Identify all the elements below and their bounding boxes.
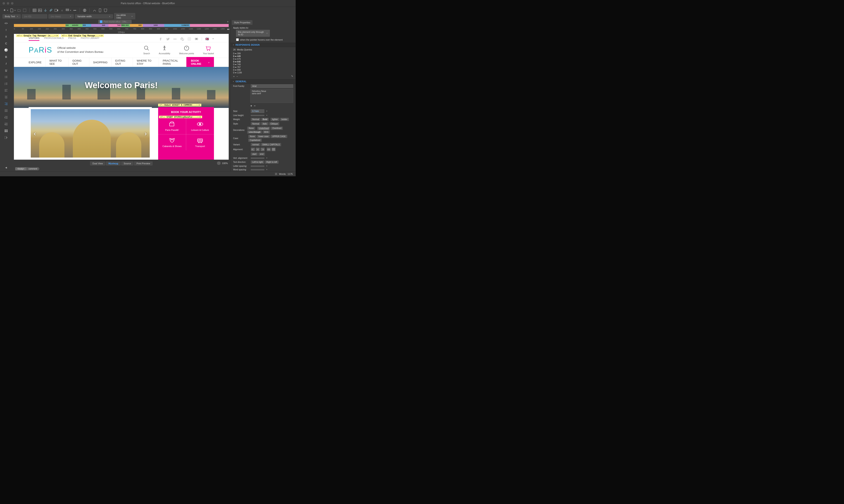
c-icon[interactable]: C (4, 41, 8, 46)
image-icon[interactable] (38, 8, 42, 12)
window-controls[interactable] (2, 2, 14, 5)
ul-icon[interactable] (4, 75, 8, 79)
media-query-item[interactable]: 0 ➡ 999 (233, 69, 293, 71)
tab-source[interactable]: Source (121, 161, 134, 165)
aria-selector[interactable]: (no ARIA role)▼ (114, 13, 135, 20)
mq-edit[interactable]: ✎ (291, 75, 293, 78)
rendered-page[interactable]: <!-- Google Tag Manager (n...--> <!-- En… (14, 34, 229, 160)
instagram-icon[interactable] (187, 37, 191, 41)
tripadvisor-icon[interactable] (173, 37, 177, 41)
id-selector[interactable]: (no ID) (22, 14, 47, 19)
media-query-item[interactable]: 0 ➡ 479 (233, 58, 293, 60)
media-query-item[interactable]: 0 ➡ 640 (233, 60, 293, 63)
activity-cabarets[interactable]: Cabarets & Shows (158, 134, 186, 150)
align-right[interactable] (260, 147, 265, 151)
align-justify[interactable] (266, 147, 271, 151)
nav-stay[interactable]: WHERE TO STAY (133, 58, 159, 67)
indent-icon[interactable] (4, 115, 8, 120)
grid-icon[interactable] (4, 129, 8, 133)
svg-icon[interactable] (93, 8, 97, 12)
topnav-professionals[interactable]: PROFESSIONALS (44, 37, 64, 41)
activity-transport[interactable]: Transport (186, 134, 214, 150)
book-button[interactable]: BOOK ONLINE› (186, 57, 214, 68)
hover-checkbox[interactable]: when the pointer hovers over the element (236, 38, 293, 41)
crumb-body[interactable]: <body> (15, 167, 26, 170)
ol-icon[interactable]: 123 (4, 82, 8, 86)
align-center[interactable] (256, 147, 260, 151)
circle-icon[interactable] (4, 48, 8, 52)
media-query-item[interactable]: 0 ➡ 767 (233, 66, 293, 69)
pinterest-icon[interactable] (180, 37, 184, 41)
twitter-icon[interactable] (166, 37, 170, 41)
nav-shop[interactable]: SHOPPING (89, 58, 111, 67)
class-selector[interactable]: (no class)▼ (48, 14, 74, 19)
general-header[interactable]: GENERAL (230, 79, 296, 84)
info-icon[interactable]: ! (4, 28, 8, 32)
ruler-marker[interactable]: ▲137 (227, 28, 229, 30)
word-input[interactable] (251, 169, 264, 170)
align-left-icon[interactable] (4, 88, 8, 93)
zoom-control[interactable]: ⬚100% (217, 161, 228, 165)
align-right-icon[interactable] (4, 102, 8, 106)
form-icon[interactable] (66, 8, 69, 12)
new-file-icon[interactable] (10, 8, 14, 12)
media-query-item[interactable]: 0 ➡ 1199 (233, 71, 293, 74)
paris-logo[interactable]: PARiS (29, 46, 52, 54)
double-info-icon[interactable]: ‼ (4, 35, 8, 39)
align-justify-all[interactable] (272, 147, 276, 151)
link-icon[interactable]: 🔗 (49, 8, 53, 12)
underline-icon[interactable]: U (4, 68, 8, 72)
responsive-ruler[interactable]: 3994494505006407497677688009001000119912… (14, 24, 229, 27)
add-icon[interactable]: ✚ (2, 8, 6, 12)
search-action[interactable]: Search (143, 45, 150, 55)
topnav-visitors[interactable]: VISITORS (29, 37, 39, 41)
nav-explore[interactable]: EXPLORE (29, 58, 46, 67)
carousel-next[interactable]: › (144, 130, 147, 137)
mobile-icon[interactable] (98, 8, 102, 12)
justify-icon[interactable] (4, 109, 8, 113)
nav-eat[interactable]: EATING OUT (111, 58, 133, 67)
media-query-item[interactable]: 0 ➡ 749 (233, 63, 293, 66)
size-input[interactable]: 0.7rem (251, 109, 264, 113)
responsive-header[interactable]: RESPONSIVE DESIGN (230, 43, 296, 47)
facebook-icon[interactable] (159, 37, 162, 41)
carousel-prev[interactable]: ‹ (34, 130, 36, 137)
font-add[interactable]: + (251, 104, 252, 107)
chevron-left-icon[interactable]: ◀ (4, 165, 8, 169)
tab-dual[interactable]: Dual View (90, 161, 105, 165)
bold-icon[interactable]: B (4, 55, 8, 59)
topnav-photo[interactable]: PHOTO LIBRARY (81, 37, 99, 41)
hr-icon[interactable] (73, 8, 77, 12)
width-selector[interactable]: Variable width▼ (75, 14, 113, 19)
document-tab[interactable]: Paris tourist office - Offic... (98, 20, 132, 23)
align-left[interactable] (251, 147, 255, 151)
video-icon[interactable] (54, 8, 58, 12)
italic-icon[interactable]: I (4, 61, 8, 66)
code-icon[interactable]: <> (4, 21, 8, 25)
nav-out[interactable]: GOING OUT (69, 58, 89, 67)
lineheight-input[interactable] (251, 115, 264, 116)
youtube-icon[interactable] (194, 37, 199, 41)
activity-leisure[interactable]: Leisure & Culture (186, 118, 214, 134)
table-icon[interactable] (33, 8, 36, 12)
style-properties-tab[interactable]: Style Properties (232, 20, 253, 25)
resize-icon[interactable] (275, 173, 277, 175)
apply-select[interactable]: this element only through its ID▼ (236, 30, 270, 37)
font-remove[interactable]: − (254, 104, 255, 107)
media-query-item[interactable]: 0 ➡ 399 (233, 52, 293, 55)
font-list[interactable]: Helvetica Neue sans-serif (251, 89, 293, 103)
valign-input[interactable] (251, 158, 264, 159)
css-icon[interactable] (104, 8, 107, 12)
topnav-press[interactable]: PRESS (68, 37, 76, 41)
activity-passlib[interactable]: Paris Passlib' (158, 118, 186, 134)
globe-icon[interactable] (83, 8, 87, 12)
open-icon[interactable] (17, 8, 21, 12)
audio-icon[interactable]: ♫ (60, 8, 64, 12)
exit-icon[interactable] (4, 136, 8, 140)
mq-remove[interactable]: − (237, 75, 238, 78)
outdent-icon[interactable] (4, 122, 8, 126)
basket-action[interactable]: Your basket (203, 45, 214, 55)
welcome-action[interactable]: Welcome points (179, 45, 194, 55)
accessibility-action[interactable]: Accessibility (159, 45, 170, 55)
media-query-item[interactable]: 0 ➡ 449 (233, 55, 293, 58)
